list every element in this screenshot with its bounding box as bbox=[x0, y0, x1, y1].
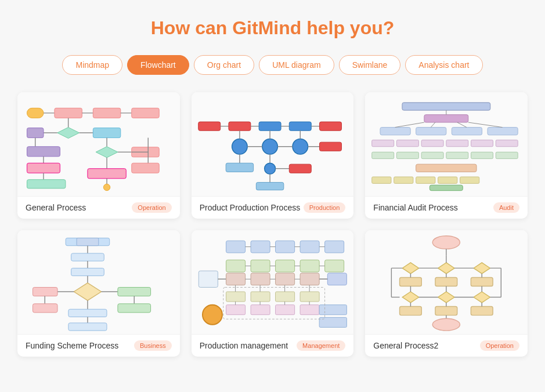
svg-rect-72 bbox=[471, 140, 493, 147]
card-title-financial-audit: Financial Audit Process bbox=[373, 203, 458, 212]
card-general-process2[interactable]: General Process2 Operation bbox=[365, 230, 528, 357]
svg-rect-85 bbox=[460, 177, 479, 183]
svg-rect-69 bbox=[397, 140, 419, 147]
svg-point-41 bbox=[293, 139, 308, 155]
card-preview-product-production bbox=[192, 92, 354, 197]
svg-rect-166 bbox=[435, 278, 457, 286]
svg-rect-54 bbox=[289, 165, 311, 173]
card-tag-financial-audit: Audit bbox=[493, 202, 519, 213]
svg-rect-6 bbox=[132, 108, 159, 118]
svg-rect-22 bbox=[88, 169, 126, 179]
svg-rect-4 bbox=[93, 108, 120, 118]
svg-rect-110 bbox=[251, 241, 270, 253]
tab-mindmap[interactable]: Mindmap bbox=[62, 55, 122, 75]
svg-rect-143 bbox=[275, 305, 294, 315]
card-preview-financial-audit bbox=[365, 92, 528, 197]
card-tag-general-process2: Operation bbox=[480, 340, 519, 351]
card-funding-scheme[interactable]: Funding Scheme Process Business bbox=[17, 230, 180, 357]
svg-marker-171 bbox=[403, 292, 419, 303]
card-title-general-process2: General Process2 bbox=[373, 341, 438, 350]
svg-rect-104 bbox=[68, 310, 107, 317]
tab-org-chart[interactable]: Org chart bbox=[194, 55, 254, 75]
diagram-funding-scheme bbox=[21, 233, 176, 331]
svg-rect-119 bbox=[251, 260, 270, 273]
cards-grid: General Process Operation bbox=[17, 92, 528, 357]
svg-rect-77 bbox=[446, 153, 468, 159]
svg-rect-71 bbox=[446, 140, 468, 147]
svg-rect-92 bbox=[71, 268, 104, 276]
card-title-production-management: Production management bbox=[200, 341, 288, 350]
card-footer-funding-scheme: Funding Scheme Process Business bbox=[17, 335, 180, 357]
svg-rect-118 bbox=[226, 260, 245, 273]
svg-point-186 bbox=[433, 319, 460, 331]
svg-rect-127 bbox=[226, 273, 245, 285]
card-title-general-process: General Process bbox=[26, 203, 86, 212]
svg-marker-161 bbox=[474, 263, 490, 274]
page-title: How can GitMind help you? bbox=[17, 17, 528, 39]
svg-marker-159 bbox=[403, 263, 419, 274]
svg-rect-120 bbox=[275, 260, 294, 273]
svg-rect-140 bbox=[300, 292, 319, 302]
card-product-production[interactable]: Product Production Process Production bbox=[192, 92, 354, 219]
svg-rect-78 bbox=[471, 153, 493, 159]
tab-swimlane[interactable]: Swimlane bbox=[339, 55, 401, 75]
svg-rect-180 bbox=[435, 307, 457, 315]
svg-rect-113 bbox=[324, 241, 344, 253]
svg-line-67 bbox=[468, 122, 503, 128]
svg-rect-80 bbox=[416, 165, 477, 172]
card-preview-funding-scheme bbox=[17, 230, 180, 335]
svg-rect-179 bbox=[400, 307, 422, 315]
card-footer-production-management: Production management Management bbox=[192, 335, 354, 357]
tabs-container: Mindmap Flowchart Org chart UML diagram … bbox=[17, 55, 528, 75]
svg-rect-100 bbox=[33, 288, 57, 296]
svg-rect-139 bbox=[275, 292, 294, 302]
card-general-process[interactable]: General Process Operation bbox=[17, 92, 180, 219]
svg-rect-138 bbox=[251, 292, 270, 302]
svg-rect-76 bbox=[421, 153, 443, 159]
svg-rect-0 bbox=[27, 108, 43, 118]
svg-rect-121 bbox=[300, 260, 319, 273]
card-footer-product-production: Product Production Process Production bbox=[192, 197, 354, 219]
card-preview-production-management bbox=[192, 230, 354, 335]
svg-rect-83 bbox=[416, 177, 435, 183]
svg-rect-122 bbox=[324, 260, 344, 273]
svg-rect-132 bbox=[327, 273, 347, 285]
svg-rect-63 bbox=[488, 128, 518, 135]
svg-rect-27 bbox=[27, 180, 65, 188]
diagram-general-process bbox=[21, 95, 176, 193]
svg-rect-130 bbox=[300, 273, 319, 285]
svg-marker-94 bbox=[74, 283, 101, 300]
svg-rect-106 bbox=[68, 323, 107, 331]
svg-rect-30 bbox=[198, 122, 220, 131]
svg-rect-141 bbox=[226, 305, 245, 315]
tab-flowchart[interactable]: Flowchart bbox=[127, 55, 189, 75]
svg-rect-48 bbox=[319, 143, 341, 151]
card-tag-production-management: Management bbox=[297, 340, 345, 351]
svg-rect-111 bbox=[275, 241, 294, 253]
svg-rect-25 bbox=[132, 164, 159, 173]
svg-point-29 bbox=[103, 184, 110, 191]
svg-rect-181 bbox=[471, 307, 493, 315]
diagram-financial-audit bbox=[369, 95, 524, 193]
svg-rect-84 bbox=[438, 177, 457, 183]
svg-marker-7 bbox=[57, 128, 80, 139]
card-footer-general-process: General Process Operation bbox=[17, 197, 180, 219]
svg-rect-167 bbox=[471, 278, 493, 286]
svg-rect-79 bbox=[496, 153, 518, 159]
card-tag-funding-scheme: Business bbox=[134, 340, 172, 351]
svg-rect-102 bbox=[33, 304, 57, 313]
svg-rect-137 bbox=[226, 292, 245, 302]
svg-point-39 bbox=[232, 139, 247, 155]
tab-uml-diagram[interactable]: UML diagram bbox=[259, 55, 334, 75]
svg-rect-112 bbox=[300, 241, 319, 253]
svg-rect-109 bbox=[226, 241, 245, 253]
card-production-management[interactable]: Production management Management bbox=[192, 230, 354, 357]
card-financial-audit[interactable]: Financial Audit Process Audit bbox=[365, 92, 528, 219]
card-preview-general-process bbox=[17, 92, 180, 197]
tab-analysis-chart[interactable]: Analysis chart bbox=[405, 55, 482, 75]
svg-marker-173 bbox=[474, 292, 490, 303]
svg-rect-74 bbox=[372, 153, 394, 159]
svg-rect-12 bbox=[27, 147, 60, 157]
svg-point-52 bbox=[264, 164, 275, 175]
diagram-general-process2 bbox=[369, 233, 524, 331]
